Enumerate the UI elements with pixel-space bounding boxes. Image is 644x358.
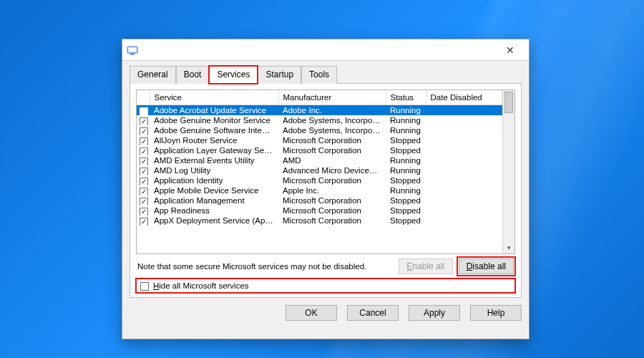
table-row[interactable]: App ReadinessMicrosoft CorporationStoppe… [137, 205, 502, 216]
table-row[interactable]: Adobe Genuine Monitor ServiceAdobe Syste… [137, 115, 502, 125]
hide-microsoft-services-checkbox[interactable]: Hide all Microsoft services [137, 280, 514, 291]
cell-date [426, 195, 502, 205]
cell-status: Running [386, 165, 426, 175]
titlebar[interactable]: ✕ [122, 39, 529, 61]
column-header[interactable]: Manufacturer [278, 90, 386, 105]
row-checkbox[interactable] [140, 107, 148, 116]
vertical-scrollbar[interactable]: ▴ ▾ [502, 90, 514, 253]
cell-status: Stopped [386, 216, 426, 226]
cell-status: Running [386, 105, 426, 116]
cell-service: Application Identity [150, 175, 278, 185]
cell-date [426, 216, 502, 226]
cell-status: Running [386, 115, 426, 125]
table-row[interactable]: Apple Mobile Device ServiceApple Inc.Run… [137, 185, 502, 195]
cell-service: Application Layer Gateway Service [150, 145, 278, 155]
cell-manufacturer: Microsoft Corporation [278, 216, 386, 226]
cell-date [426, 155, 502, 165]
cancel-button[interactable]: Cancel [347, 305, 399, 321]
svg-rect-1 [129, 48, 136, 52]
cell-service: AMD External Events Utility [150, 155, 278, 165]
row-checkbox[interactable] [140, 178, 148, 186]
help-button[interactable]: Help [470, 305, 522, 321]
cell-status: Running [386, 185, 426, 195]
cell-status: Stopped [386, 145, 426, 155]
cell-manufacturer: Microsoft Corporation [278, 135, 386, 145]
row-checkbox[interactable] [140, 168, 148, 176]
hide-microsoft-label: Hide all Microsoft services [153, 281, 249, 290]
cell-service: AppX Deployment Service (AppX... [150, 216, 278, 226]
cell-manufacturer: Advanced Micro Devices, I... [278, 165, 386, 175]
row-checkbox[interactable] [140, 137, 148, 146]
enable-all-button[interactable]: Enable all [399, 258, 453, 274]
table-row[interactable]: Adobe Genuine Software Integri...Adobe S… [137, 125, 502, 135]
table-row[interactable]: Application ManagementMicrosoft Corporat… [137, 195, 502, 205]
tab-boot[interactable]: Boot [176, 66, 210, 84]
svg-rect-2 [130, 54, 135, 55]
cell-date [426, 105, 502, 116]
cell-status: Running [386, 155, 426, 165]
cell-date [426, 185, 502, 195]
cell-status: Stopped [386, 195, 426, 205]
row-checkbox[interactable] [140, 188, 148, 196]
row-checkbox[interactable] [140, 198, 148, 206]
apply-button[interactable]: Apply [409, 305, 460, 321]
cell-date [426, 115, 502, 125]
cell-service: Apple Mobile Device Service [150, 185, 278, 195]
table-row[interactable]: Application Layer Gateway ServiceMicroso… [137, 145, 502, 155]
cell-date [426, 205, 502, 216]
table-row[interactable]: Adobe Acrobat Update ServiceAdobe Inc.Ru… [137, 105, 502, 116]
cell-service: Application Management [150, 195, 278, 205]
cell-date [426, 165, 502, 175]
scroll-down-arrow-icon[interactable]: ▾ [503, 241, 514, 253]
row-checkbox[interactable] [140, 127, 148, 136]
row-checkbox[interactable] [140, 117, 148, 126]
services-listview[interactable]: ServiceManufacturerStatusDate Disabled A… [136, 90, 515, 254]
column-headers[interactable]: ServiceManufacturerStatusDate Disabled [137, 90, 502, 105]
row-checkbox[interactable] [140, 208, 148, 216]
cell-status: Stopped [386, 135, 426, 145]
tab-services[interactable]: Services [209, 66, 258, 84]
cell-manufacturer: Adobe Systems, Incorpora... [278, 125, 386, 135]
disable-all-button[interactable]: Disable all [459, 258, 514, 274]
cell-date [426, 125, 502, 135]
tab-general[interactable]: General [130, 66, 176, 84]
cell-manufacturer: Adobe Systems, Incorpora... [278, 115, 386, 125]
services-tab-panel: ServiceManufacturerStatusDate Disabled A… [130, 83, 522, 298]
row-checkbox[interactable] [140, 158, 148, 166]
tab-startup[interactable]: Startup [258, 66, 301, 84]
column-header[interactable]: Status [386, 90, 426, 105]
cell-service: Adobe Genuine Monitor Service [150, 115, 278, 125]
cell-manufacturer: Apple Inc. [278, 185, 386, 195]
cell-service: AMD Log Utility [150, 165, 278, 175]
cell-date [426, 145, 502, 155]
cell-service: App Readiness [150, 205, 278, 216]
cell-manufacturer: Microsoft Corporation [278, 175, 386, 185]
tab-tools[interactable]: Tools [301, 66, 337, 84]
cell-status: Stopped [386, 175, 426, 185]
close-button[interactable]: ✕ [496, 40, 525, 60]
msconfig-dialog: ✕ GeneralBootServicesStartupTools Servic… [122, 39, 530, 339]
close-icon: ✕ [506, 44, 514, 56]
column-header[interactable]: Service [150, 90, 278, 105]
cell-manufacturer: Microsoft Corporation [278, 205, 386, 216]
app-icon [127, 44, 138, 56]
cell-service: AllJoyn Router Service [150, 135, 278, 145]
cell-manufacturer: Microsoft Corporation [278, 145, 386, 155]
row-checkbox[interactable] [140, 147, 148, 156]
row-checkbox[interactable] [140, 218, 148, 226]
table-row[interactable]: AppX Deployment Service (AppX...Microsof… [137, 216, 502, 226]
cell-service: Adobe Genuine Software Integri... [150, 125, 278, 135]
table-row[interactable]: Application IdentityMicrosoft Corporatio… [137, 175, 502, 185]
scroll-thumb[interactable] [504, 92, 513, 113]
column-header[interactable]: Date Disabled [426, 90, 502, 105]
table-row[interactable]: AllJoyn Router ServiceMicrosoft Corporat… [137, 135, 502, 145]
ok-button[interactable]: OK [286, 305, 337, 321]
table-row[interactable]: AMD Log UtilityAdvanced Micro Devices, I… [137, 165, 502, 175]
tab-strip: GeneralBootServicesStartupTools [122, 61, 529, 83]
table-row[interactable]: AMD External Events UtilityAMDRunning [137, 155, 502, 165]
dialog-footer: OK Cancel Apply Help [122, 298, 529, 328]
cell-status: Running [386, 125, 426, 135]
checkbox-icon [140, 282, 149, 291]
cell-status: Stopped [386, 205, 426, 216]
cell-manufacturer: AMD [278, 155, 386, 165]
